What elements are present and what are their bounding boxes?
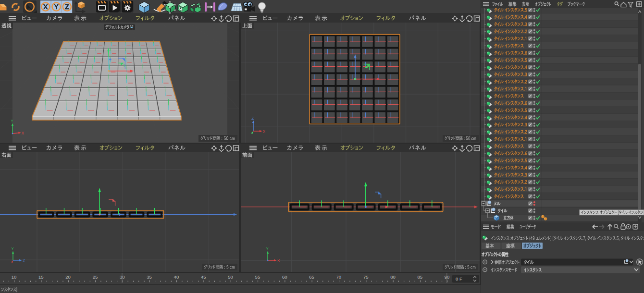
svg-text:70: 70: [336, 274, 342, 280]
svg-text:50: 50: [228, 274, 233, 280]
svg-text:80: 80: [390, 274, 396, 280]
svg-text:75: 75: [363, 274, 369, 280]
svg-text:85: 85: [418, 274, 423, 280]
svg-text:10: 10: [12, 274, 17, 280]
svg-text:25: 25: [93, 274, 98, 280]
svg-text:65: 65: [309, 274, 314, 280]
svg-text:60: 60: [282, 274, 287, 280]
svg-text:20: 20: [65, 274, 71, 280]
svg-text:35: 35: [147, 274, 152, 280]
svg-text:0 F: 0 F: [456, 276, 462, 281]
svg-text:45: 45: [201, 274, 206, 280]
svg-text:15: 15: [38, 274, 44, 280]
svg-text:55: 55: [255, 274, 260, 280]
svg-text:40: 40: [174, 274, 179, 280]
